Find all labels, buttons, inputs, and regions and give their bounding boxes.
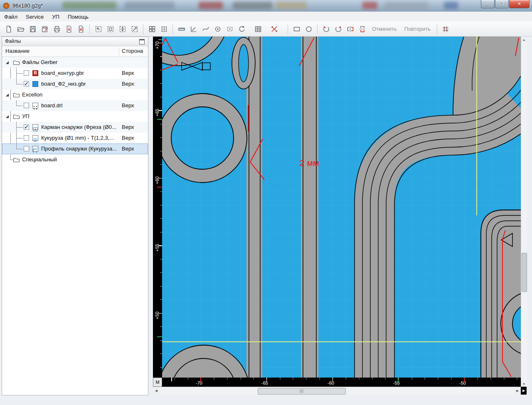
ruler-ticks (158, 37, 162, 378)
horizontal-scrollbar[interactable]: ◀ ||| ▶ (153, 387, 521, 395)
scroll-corner-button[interactable]: ▶ (521, 387, 527, 395)
files-panel-title: Файлы (5, 38, 21, 44)
expander-icon[interactable] (6, 61, 9, 64)
select-tool-button[interactable] (92, 23, 104, 35)
gerber-blue-icon (32, 81, 38, 87)
tree-connector (16, 143, 17, 149)
scroll-right-button[interactable]: ▶ (514, 387, 521, 395)
layer-checkbox[interactable] (24, 103, 29, 108)
rotate-cw-button[interactable] (332, 23, 344, 35)
mirror-vertical-button[interactable] (356, 23, 368, 35)
import-gerber-button[interactable] (63, 23, 75, 35)
tree-row-board-drl[interactable]: board.drl Верх (2, 100, 148, 111)
rotate-ccw-button[interactable] (320, 23, 332, 35)
float-panel-icon[interactable] (139, 39, 145, 44)
array-view-button[interactable] (158, 23, 170, 35)
vertical-scrollbar[interactable]: ▲ ▼ (521, 37, 527, 387)
curve-tool-button[interactable] (200, 23, 212, 35)
layer-checkbox[interactable] (24, 70, 29, 76)
ruler-ticks (162, 378, 521, 381)
region-select-button[interactable] (224, 23, 236, 35)
side-value: Верх (122, 100, 134, 111)
transform-selection-button[interactable] (128, 23, 140, 35)
menu-file[interactable]: Файл (0, 12, 22, 21)
tree-connector (16, 149, 23, 149)
layer-checkbox[interactable] (24, 124, 29, 130)
column-side[interactable]: Сторона (122, 48, 143, 54)
pcb-artwork (162, 37, 521, 378)
folder-icon (13, 114, 20, 119)
new-file-button[interactable] (2, 23, 15, 35)
expander-icon[interactable] (6, 115, 9, 118)
open-file-button[interactable] (15, 23, 27, 35)
column-name[interactable]: Название (5, 48, 30, 54)
pcb-canvas[interactable]: 2 мм (162, 37, 521, 378)
draw-rectangle-button[interactable] (291, 23, 303, 35)
close-button[interactable]: ✕ (509, 0, 530, 8)
layer-checkbox[interactable] (24, 81, 29, 86)
rectangle-icon (293, 25, 300, 33)
expander-icon[interactable] (6, 94, 9, 96)
horizontal-scroll-thumb[interactable]: ||| (258, 388, 346, 395)
select-group-button[interactable] (104, 23, 116, 35)
ruler-label: -65 (261, 380, 268, 385)
select-rect-icon (95, 25, 102, 33)
tree-row-pocket[interactable]: Карман снаружи (Фреза (Ø0... Верх (2, 122, 148, 133)
mirror-horizontal-button[interactable] (344, 23, 356, 35)
arrow-right-icon: ▶ (522, 389, 525, 393)
redo-button[interactable]: Повторить (400, 26, 434, 32)
close-file-button[interactable] (75, 23, 87, 35)
arrow-right-icon: ▶ (516, 389, 518, 393)
tree-group-special[interactable]: Специальный (2, 154, 148, 165)
tree-row-profile[interactable]: Профиль снаружи (Кукуруза... Верх (2, 143, 148, 154)
maximize-button[interactable]: ❐ (495, 0, 509, 8)
vertical-scroll-thumb[interactable] (522, 253, 527, 292)
tree-row-board-f2-niz[interactable]: board_Ф2_низ.gbr Верх (2, 79, 148, 89)
glass-artifact (62, 2, 116, 9)
side-value: Верх (122, 79, 134, 89)
tree-connector (16, 138, 23, 138)
scroll-down-button[interactable]: ▼ (521, 381, 527, 387)
undo-button[interactable]: Отменить (368, 26, 400, 32)
tree-group-up[interactable]: УП (2, 111, 148, 122)
center-tool-button[interactable] (212, 23, 224, 35)
tree-group-excellon[interactable]: Excellon (2, 89, 148, 100)
layer-checkbox[interactable] (24, 135, 29, 141)
panelize-view-button[interactable] (146, 23, 158, 35)
window-title: 96x180.g2g* (12, 2, 43, 9)
save-file-button[interactable] (27, 23, 39, 35)
scroll-left-button[interactable]: ◀ (153, 387, 160, 395)
transform-tool-button[interactable] (268, 23, 280, 35)
side-value: Верх (122, 143, 134, 154)
snap-tool-button[interactable] (187, 23, 200, 35)
mirror-h-icon (347, 25, 354, 33)
glass-artifact (384, 2, 428, 9)
tree-row-corn[interactable]: Кукуруза (Ø1 mm) - T(1,2,3,... Верх (2, 133, 148, 143)
layer-checkbox[interactable] (24, 146, 29, 151)
scroll-up-button[interactable]: ▲ (521, 37, 527, 42)
ruler-mark-green (398, 378, 399, 383)
ruler-label: +50 (155, 311, 160, 319)
tree-group-gerber[interactable]: Файлы Gerber (2, 57, 148, 68)
tree-row-board-kontur[interactable]: R board_контур.gbr Верх (2, 68, 148, 79)
table-editor-button[interactable] (252, 23, 264, 35)
minimize-button[interactable]: — (481, 0, 495, 8)
origin-button[interactable]: M (153, 378, 162, 387)
ruler-label: -55 (393, 380, 400, 385)
ruler-mark-green (157, 119, 162, 120)
menu-help[interactable]: Помощь (64, 12, 93, 21)
file-label: board_Ф2_низ.gbr (41, 79, 86, 89)
print-icon (53, 25, 61, 33)
rotate-view-button[interactable] (236, 23, 248, 35)
move-selection-button[interactable] (116, 23, 128, 35)
import-file-icon (65, 25, 73, 33)
menu-up[interactable]: УП (48, 12, 64, 21)
draw-circle-button[interactable] (303, 23, 315, 35)
select-group-icon (107, 25, 114, 33)
measure-tool-button[interactable] (175, 23, 187, 35)
grid-settings-button[interactable] (440, 23, 452, 35)
menu-service[interactable]: Service (22, 12, 48, 21)
print-button[interactable] (51, 23, 63, 35)
save-as-button[interactable] (39, 23, 51, 35)
tree-connector (16, 73, 23, 74)
